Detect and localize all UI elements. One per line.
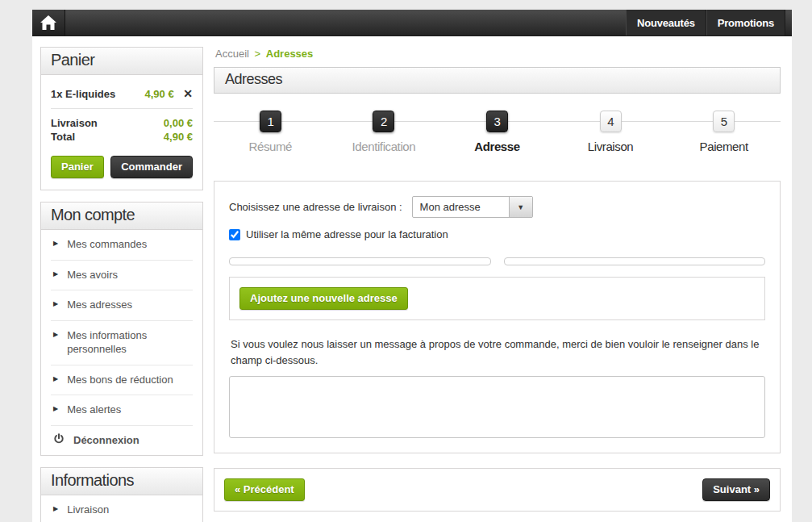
arrow-right-icon: ▶	[53, 237, 58, 250]
cart-total-value: 4,90 €	[164, 131, 193, 143]
nav-item-nouveautes[interactable]: Nouveautés	[626, 10, 706, 35]
billing-address-box	[504, 257, 766, 265]
arrow-right-icon: ▶	[53, 268, 58, 281]
add-address-container: Ajoutez une nouvelle adresse	[229, 277, 765, 320]
chevron-down-icon: ▼	[509, 197, 532, 217]
remove-item-icon[interactable]: ✕	[183, 87, 193, 100]
arrow-right-icon: ▶	[53, 403, 58, 416]
cart-block: Panier 1x E-liquides 4,90 € ✕ Livraison …	[40, 47, 203, 190]
step-label: Résumé	[249, 140, 292, 153]
checkout-button[interactable]: Commander	[110, 156, 193, 178]
breadcrumb-separator: >	[255, 48, 261, 60]
sidebar-item-mes-informations-personnelles[interactable]: ▶ Mes informations personnelles	[51, 321, 193, 365]
sidebar-item-mes-alertes[interactable]: ▶ Mes alertes	[51, 395, 193, 426]
step-livraison: 4 Livraison	[554, 111, 668, 153]
step-identification[interactable]: 2 Identification	[327, 111, 441, 153]
main-content: Accueil > Adresses Adresses 1 Résumé 2 I…	[214, 47, 781, 522]
step-number: 3	[486, 111, 508, 132]
cart-shipping-value: 0,00 €	[164, 117, 193, 129]
cart-block-title: Panier	[41, 48, 202, 75]
sidebar-item-label: Mes adresses	[67, 298, 132, 312]
cart-item-price: 4,90 €	[144, 88, 173, 100]
sidebar-item-deconnexion[interactable]: Déconnexion	[51, 426, 193, 456]
home-icon	[40, 15, 56, 30]
step-number: 5	[713, 111, 735, 132]
breadcrumb-current: Adresses	[266, 48, 314, 60]
breadcrumb-home-link[interactable]: Accueil	[215, 48, 249, 60]
address-select[interactable]: Mon adresse ▼	[412, 196, 533, 218]
same-billing-address-label: Utiliser la même adresse pour la factura…	[246, 228, 448, 240]
navbar-spacer	[65, 10, 626, 35]
sidebar-item-label: Mes commandes	[67, 237, 147, 252]
account-block-title: Mon compte	[41, 203, 202, 230]
step-number: 4	[600, 111, 622, 132]
sidebar-item-label: Mes alertes	[67, 403, 121, 417]
cart-total-label: Total	[51, 131, 75, 143]
account-block: Mon compte ▶ Mes commandes ▶ Mes avoirs …	[40, 202, 203, 456]
arrow-right-icon: ▶	[53, 298, 58, 311]
step-number: 1	[260, 111, 281, 132]
top-navbar: Nouveautés Promotions	[32, 10, 792, 36]
sidebar-item-mes-bons-de-reduction[interactable]: ▶ Mes bons de réduction	[51, 365, 193, 396]
step-label: Livraison	[588, 140, 633, 153]
nav-item-promotions[interactable]: Promotions	[706, 10, 785, 35]
sidebar-item-livraison[interactable]: ▶ Livraison	[51, 495, 193, 522]
delivery-address-box	[229, 257, 491, 265]
cart-item-row: 1x E-liquides 4,90 € ✕	[51, 80, 193, 109]
arrow-right-icon: ▶	[53, 503, 58, 516]
checkout-steps: 1 Résumé 2 Identification 3 Adresse 4 Li…	[214, 111, 781, 163]
sidebar-item-label: Mes informations personnelles	[67, 328, 193, 357]
page-container: Nouveautés Promotions Panier 1x E-liquid…	[32, 10, 792, 522]
sidebar-item-label: Mes avoirs	[67, 268, 118, 282]
step-resume[interactable]: 1 Résumé	[214, 111, 327, 153]
add-address-button[interactable]: Ajoutez une nouvelle adresse	[239, 287, 408, 310]
address-select-label: Choisissez une adresse de livraison :	[229, 201, 402, 213]
arrow-right-icon: ▶	[53, 373, 58, 386]
information-block-title: Informations	[41, 468, 202, 495]
navbar-end-gap	[785, 10, 792, 35]
step-paiement: 5 Paiement	[667, 111, 781, 153]
arrow-right-icon: ▶	[53, 328, 58, 341]
navigation-footer: « Précédent Suivant »	[214, 468, 781, 512]
next-button[interactable]: Suivant »	[702, 478, 770, 501]
step-label: Adresse	[474, 140, 519, 153]
same-billing-address-checkbox[interactable]	[229, 229, 240, 240]
address-select-value: Mon adresse	[413, 197, 509, 217]
step-label: Paiement	[700, 140, 748, 153]
information-block: Informations ▶ Livraison ▶ Mentions léga…	[40, 467, 203, 522]
step-adresse: 3 Adresse	[440, 111, 554, 153]
page-title: Adresses	[214, 67, 781, 94]
cart-shipping-label: Livraison	[51, 117, 98, 129]
sidebar: Panier 1x E-liquides 4,90 € ✕ Livraison …	[40, 47, 203, 522]
step-number: 2	[373, 111, 394, 132]
sidebar-item-label: Livraison	[67, 503, 109, 517]
sidebar-item-mes-commandes[interactable]: ▶ Mes commandes	[51, 230, 193, 261]
order-message-hint: Si vous voulez nous laisser un message à…	[231, 336, 764, 369]
power-icon	[53, 433, 65, 445]
sidebar-item-label: Mes bons de réduction	[67, 373, 173, 387]
step-label: Identification	[352, 140, 416, 153]
cart-item-label: 1x E-liquides	[51, 88, 115, 100]
breadcrumb: Accueil > Adresses	[215, 48, 781, 60]
previous-button[interactable]: « Précédent	[224, 478, 305, 501]
address-form-box: Choisissez une adresse de livraison : Mo…	[214, 181, 781, 453]
order-message-textarea[interactable]	[229, 376, 765, 438]
home-button[interactable]	[32, 10, 65, 35]
cart-button[interactable]: Panier	[51, 156, 104, 178]
sidebar-item-mes-adresses[interactable]: ▶ Mes adresses	[51, 290, 193, 321]
sidebar-item-mes-avoirs[interactable]: ▶ Mes avoirs	[51, 261, 193, 291]
sidebar-item-label: Déconnexion	[73, 433, 139, 448]
